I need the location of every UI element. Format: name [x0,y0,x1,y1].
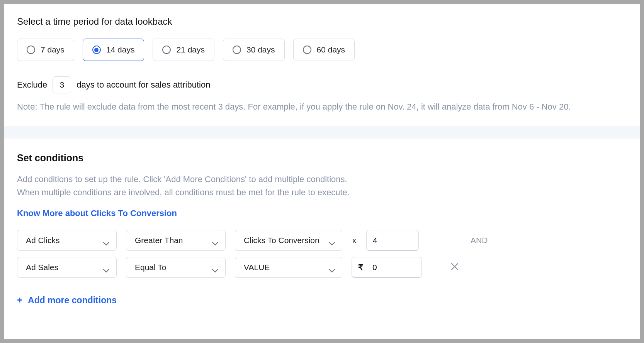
conditions-section: Set conditions Add conditions to set up … [4,139,640,313]
comparator-dropdown[interactable]: VALUE [235,257,342,278]
lookback-radio-group: 7 days 14 days 21 days 30 days 60 days [17,39,627,61]
radio-icon [27,46,35,54]
metric-value: Ad Sales [26,263,58,272]
chevron-down-icon [212,265,218,269]
radio-icon [162,46,171,54]
lookback-title: Select a time period for data lookback [17,16,627,27]
condition-row: Ad Sales Equal To VALUE ₹ [17,257,627,278]
comparator-value: Clicks To Conversion [244,236,319,245]
conditions-help-line1: Add conditions to set up the rule. Click… [17,173,627,186]
plus-icon: + [17,295,22,306]
lookback-option-30-days[interactable]: 30 days [223,39,285,61]
add-more-conditions-button[interactable]: + Add more conditions [17,295,627,306]
chevron-down-icon [212,238,218,242]
know-more-link[interactable]: Know More about Clicks To Conversion [17,208,177,218]
add-more-label: Add more conditions [28,295,117,306]
exclude-note: Note: The rule will exclude data from th… [17,100,627,113]
condition-rows: Ad Clicks Greater Than Clicks To Convers… [17,230,627,278]
chevron-down-icon [329,238,335,242]
operator-value: Greater Than [135,236,183,245]
operator-dropdown[interactable]: Greater Than [126,230,226,251]
metric-value: Ad Clicks [26,236,60,245]
lookback-option-60-days[interactable]: 60 days [293,39,355,61]
section-divider [4,126,640,139]
comparator-value: VALUE [244,263,270,272]
operator-value: Equal To [135,263,166,272]
exclude-label-post: days to account for sales attribution [76,80,210,90]
operator-dropdown[interactable]: Equal To [126,257,226,278]
radio-icon [92,46,101,54]
lookback-option-7-days[interactable]: 7 days [17,39,74,61]
remove-condition-button[interactable] [450,262,459,272]
radio-icon [303,46,311,54]
close-icon [450,262,459,271]
lookback-option-14-days[interactable]: 14 days [83,39,144,61]
lookback-option-label: 21 days [176,45,205,54]
metric-dropdown[interactable]: Ad Clicks [17,230,117,251]
exclude-days-input[interactable] [53,76,71,93]
rule-builder-panel: Select a time period for data lookback 7… [4,4,640,339]
lookback-option-label: 14 days [106,45,135,54]
conditions-help-line2: When multiple conditions are involved, a… [17,186,627,199]
exclude-row: Exclude days to account for sales attrib… [17,76,627,93]
condition-row: Ad Clicks Greater Than Clicks To Convers… [17,230,627,251]
chevron-down-icon [103,238,109,242]
multiplier-value-input[interactable] [366,230,419,251]
value-input[interactable] [372,263,403,272]
lookback-option-label: 30 days [246,45,275,54]
lookback-section: Select a time period for data lookback 7… [4,4,640,126]
radio-icon [233,46,241,54]
exclude-label-pre: Exclude [17,80,47,90]
lookback-option-label: 7 days [41,45,65,54]
condition-joiner: AND [471,236,488,245]
currency-symbol: ₹ [358,263,363,272]
multiplier-symbol: x [352,236,357,245]
comparator-dropdown[interactable]: Clicks To Conversion [235,230,342,251]
conditions-title: Set conditions [17,152,627,164]
lookback-option-21-days[interactable]: 21 days [153,39,214,61]
chevron-down-icon [329,265,335,269]
chevron-down-icon [103,265,109,269]
metric-dropdown[interactable]: Ad Sales [17,257,117,278]
currency-value-wrap: ₹ [352,257,422,278]
lookback-option-label: 60 days [317,45,345,54]
conditions-help: Add conditions to set up the rule. Click… [17,173,627,199]
